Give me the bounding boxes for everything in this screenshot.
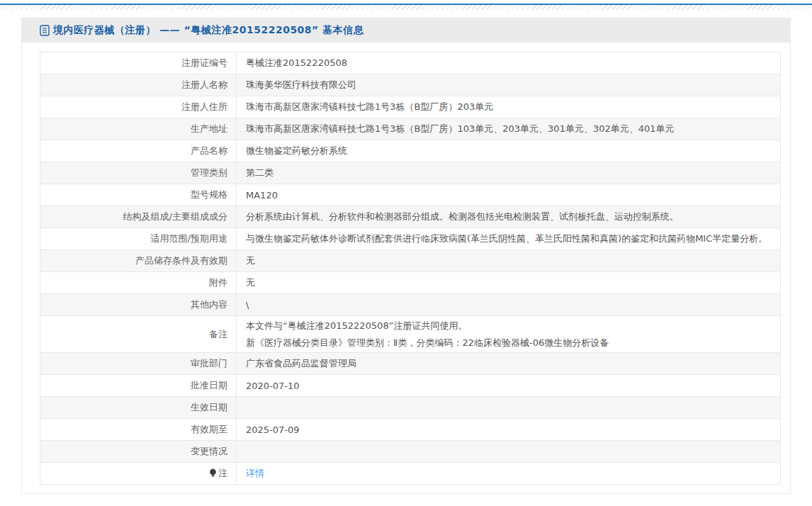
bulb-icon [209,468,217,478]
table-row: 备注本文件与“粤械注准20152220508”注册证共同使用。新《医疗器械分类目… [40,316,781,353]
row-label: 产品名称 [40,140,237,162]
table-row: 产品储存条件及有效期无 [40,250,781,272]
row-value: 2020-07-10 [237,375,781,397]
registration-info-card: 境内医疗器械（注册） —— “粤械注准20152220508” 基本信息 注册证… [21,18,791,494]
table-row: 产品名称微生物鉴定药敏分析系统 [40,140,781,162]
table-row: 附件无 [40,272,781,294]
row-label: 变更情况 [40,441,237,463]
table-row: 结构及组成/主要组成成分分析系统由计算机、分析软件和检测器部分组成。检测器包括光… [40,206,781,228]
row-value: 无 [237,272,781,294]
row-label: 注册人名称 [40,74,237,96]
table-row: 注册证编号粤械注准20152220508 [40,52,781,74]
row-label: 结构及组成/主要组成成分 [40,206,237,228]
value-line: 本文件与“粤械注准20152220508”注册证共同使用。 [246,316,773,335]
value-line: 新《医疗器械分类目录》管理类别：Ⅱ类，分类编码：22临床检验器械-06微生物分析… [246,335,773,352]
table-row: 型号规格MA120 [40,184,781,206]
row-label: 备注 [40,316,237,353]
row-label: 适用范围/预期用途 [40,228,237,250]
row-value: 2025-07-09 [237,419,781,441]
table-row: 变更情况 [40,441,781,463]
row-value: 珠海美华医疗科技有限公司 [237,74,781,96]
row-value: 分析系统由计算机、分析软件和检测器部分组成。检测器包括光电检测装置、试剂板托盘、… [237,206,781,228]
row-label: 审批部门 [40,353,237,375]
row-value [237,441,781,463]
row-value: 珠海市高新区唐家湾镇科技七路1号3栋（B型厂房）203单元 [237,96,781,118]
row-value: 粤械注准20152220508 [237,52,781,74]
row-label: 批准日期 [40,375,237,397]
table-row: 适用范围/预期用途与微生物鉴定药敏体外诊断试剂配套供进行临床致病菌(革兰氏阴性菌… [40,228,781,250]
page-title: 境内医疗器械（注册） —— “粤械注准20152220508” 基本信息 [53,24,363,37]
row-value: MA120 [237,184,781,206]
table-row: 批准日期2020-07-10 [40,375,781,397]
table-row: 生效日期 [40,397,781,419]
row-value: 珠海市高新区唐家湾镇科技七路1号3栋（B型厂房）103单元、203单元、301单… [237,118,781,140]
row-label: 管理类别 [40,162,237,184]
row-label: 注册人住所 [40,96,237,118]
row-value: 广东省食品药品监督管理局 [237,353,781,375]
row-value: \ [237,294,781,316]
detail-link[interactable]: 详情 [246,468,264,478]
hatch-stripe-band [0,5,812,10]
table-row: 注册人住所珠海市高新区唐家湾镇科技七路1号3栋（B型厂房）203单元 [40,96,781,118]
table-row: 注册人名称珠海美华医疗科技有限公司 [40,74,781,96]
row-label: 型号规格 [40,184,237,206]
document-icon [40,25,50,36]
table-row: 其他内容\ [40,294,781,316]
row-label: 其他内容 [40,294,237,316]
row-label: 附件 [40,272,237,294]
row-label: 注册证编号 [40,52,237,74]
table-row: 有效期至2025-07-09 [40,419,781,441]
table-row: 管理类别第二类 [40,162,781,184]
row-label: 生产地址 [40,118,237,140]
row-value: 与微生物鉴定药敏体外诊断试剂配套供进行临床致病菌(革兰氏阴性菌、革兰氏阳性菌和真… [237,228,781,250]
row-value: 微生物鉴定药敏分析系统 [237,140,781,162]
table-row: 注详情 [40,463,781,485]
table-row: 生产地址珠海市高新区唐家湾镇科技七路1号3栋（B型厂房）103单元、203单元、… [40,118,781,140]
registration-info-table: 注册证编号粤械注准20152220508注册人名称珠海美华医疗科技有限公司注册人… [40,52,781,485]
row-value [237,397,781,419]
row-value: 详情 [237,463,781,485]
row-value: 第二类 [237,162,781,184]
row-label: 生效日期 [40,397,237,419]
row-value: 无 [237,250,781,272]
row-value: 本文件与“粤械注准20152220508”注册证共同使用。新《医疗器械分类目录》… [237,316,781,353]
row-label: 产品储存条件及有效期 [40,250,237,272]
row-label: 有效期至 [40,419,237,441]
table-row: 审批部门广东省食品药品监督管理局 [40,353,781,375]
row-label: 注 [40,463,237,485]
card-header: 境内医疗器械（注册） —— “粤械注准20152220508” 基本信息 [22,18,790,43]
